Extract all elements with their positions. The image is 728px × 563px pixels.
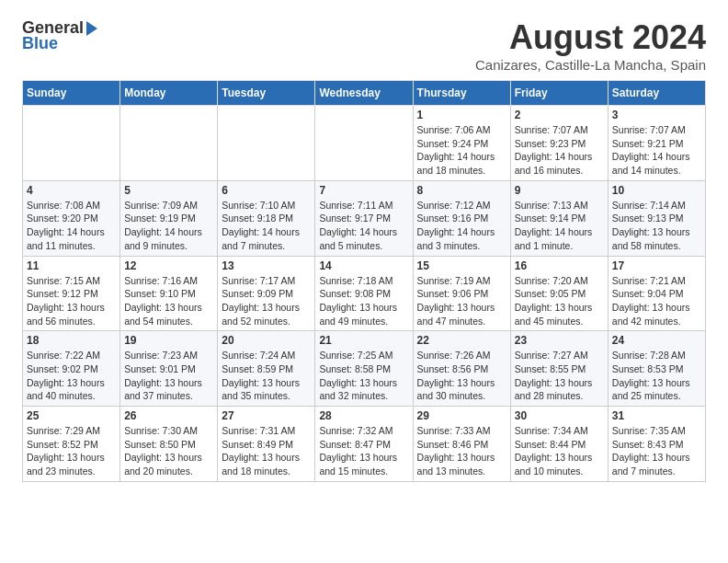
calendar-cell: 4Sunrise: 7:08 AM Sunset: 9:20 PM Daylig… bbox=[23, 180, 120, 256]
day-number: 19 bbox=[124, 334, 213, 347]
day-info: Sunrise: 7:31 AM Sunset: 8:49 PM Dayligh… bbox=[222, 424, 311, 478]
title-area: August 2024 Canizares, Castille-La Manch… bbox=[475, 18, 706, 73]
day-number: 21 bbox=[319, 334, 408, 347]
calendar-cell bbox=[120, 106, 218, 181]
calendar-cell: 8Sunrise: 7:12 AM Sunset: 9:16 PM Daylig… bbox=[413, 180, 510, 256]
calendar-cell: 5Sunrise: 7:09 AM Sunset: 9:19 PM Daylig… bbox=[120, 180, 218, 256]
calendar-cell: 21Sunrise: 7:25 AM Sunset: 8:58 PM Dayli… bbox=[315, 331, 413, 407]
day-info: Sunrise: 7:18 AM Sunset: 9:08 PM Dayligh… bbox=[319, 274, 408, 328]
calendar-header-row: SundayMondayTuesdayWednesdayThursdayFrid… bbox=[23, 81, 706, 106]
column-header-saturday: Saturday bbox=[608, 81, 705, 106]
day-number: 4 bbox=[27, 184, 116, 197]
day-number: 30 bbox=[515, 409, 604, 422]
day-number: 26 bbox=[124, 409, 213, 422]
calendar-cell: 27Sunrise: 7:31 AM Sunset: 8:49 PM Dayli… bbox=[218, 407, 315, 482]
day-number: 24 bbox=[612, 334, 701, 347]
day-number: 22 bbox=[417, 334, 506, 347]
day-info: Sunrise: 7:22 AM Sunset: 9:02 PM Dayligh… bbox=[27, 349, 116, 403]
day-number: 11 bbox=[27, 259, 116, 272]
page-title: August 2024 bbox=[475, 18, 706, 57]
day-info: Sunrise: 7:17 AM Sunset: 9:09 PM Dayligh… bbox=[222, 274, 311, 328]
calendar-cell: 22Sunrise: 7:26 AM Sunset: 8:56 PM Dayli… bbox=[413, 331, 510, 407]
day-number: 1 bbox=[417, 109, 506, 121]
day-number: 17 bbox=[612, 259, 701, 272]
day-number: 9 bbox=[515, 184, 604, 197]
day-info: Sunrise: 7:09 AM Sunset: 9:19 PM Dayligh… bbox=[124, 199, 213, 253]
day-info: Sunrise: 7:07 AM Sunset: 9:23 PM Dayligh… bbox=[515, 123, 604, 178]
column-header-thursday: Thursday bbox=[413, 81, 510, 106]
calendar-week-4: 18Sunrise: 7:22 AM Sunset: 9:02 PM Dayli… bbox=[23, 331, 706, 407]
calendar-cell: 23Sunrise: 7:27 AM Sunset: 8:55 PM Dayli… bbox=[510, 331, 608, 407]
day-info: Sunrise: 7:08 AM Sunset: 9:20 PM Dayligh… bbox=[27, 199, 116, 253]
day-number: 20 bbox=[222, 334, 311, 347]
calendar-week-5: 25Sunrise: 7:29 AM Sunset: 8:52 PM Dayli… bbox=[23, 407, 706, 482]
calendar-cell: 2Sunrise: 7:07 AM Sunset: 9:23 PM Daylig… bbox=[510, 106, 608, 181]
day-info: Sunrise: 7:16 AM Sunset: 9:10 PM Dayligh… bbox=[124, 274, 213, 328]
column-header-friday: Friday bbox=[510, 81, 608, 106]
calendar-cell: 3Sunrise: 7:07 AM Sunset: 9:21 PM Daylig… bbox=[608, 106, 705, 181]
day-number: 2 bbox=[515, 109, 604, 121]
calendar-week-3: 11Sunrise: 7:15 AM Sunset: 9:12 PM Dayli… bbox=[23, 256, 706, 331]
day-number: 15 bbox=[417, 259, 506, 272]
day-number: 10 bbox=[612, 184, 701, 197]
calendar-cell: 20Sunrise: 7:24 AM Sunset: 8:59 PM Dayli… bbox=[218, 331, 315, 407]
day-info: Sunrise: 7:33 AM Sunset: 8:46 PM Dayligh… bbox=[417, 424, 506, 478]
day-info: Sunrise: 7:34 AM Sunset: 8:44 PM Dayligh… bbox=[515, 424, 604, 478]
logo-blue: Blue bbox=[22, 34, 58, 53]
day-info: Sunrise: 7:27 AM Sunset: 8:55 PM Dayligh… bbox=[515, 349, 604, 403]
calendar-cell: 9Sunrise: 7:13 AM Sunset: 9:14 PM Daylig… bbox=[510, 180, 608, 256]
calendar-cell: 1Sunrise: 7:06 AM Sunset: 9:24 PM Daylig… bbox=[413, 106, 510, 181]
day-number: 16 bbox=[515, 259, 604, 272]
day-number: 31 bbox=[612, 409, 701, 422]
calendar-cell: 11Sunrise: 7:15 AM Sunset: 9:12 PM Dayli… bbox=[23, 256, 120, 331]
day-info: Sunrise: 7:32 AM Sunset: 8:47 PM Dayligh… bbox=[319, 424, 408, 478]
day-info: Sunrise: 7:13 AM Sunset: 9:14 PM Dayligh… bbox=[515, 199, 604, 253]
day-number: 13 bbox=[222, 259, 311, 272]
calendar-cell: 28Sunrise: 7:32 AM Sunset: 8:47 PM Dayli… bbox=[315, 407, 413, 482]
day-info: Sunrise: 7:24 AM Sunset: 8:59 PM Dayligh… bbox=[222, 349, 311, 403]
day-info: Sunrise: 7:07 AM Sunset: 9:21 PM Dayligh… bbox=[612, 123, 701, 178]
day-info: Sunrise: 7:20 AM Sunset: 9:05 PM Dayligh… bbox=[515, 274, 604, 328]
day-number: 23 bbox=[515, 334, 604, 347]
calendar-cell: 10Sunrise: 7:14 AM Sunset: 9:13 PM Dayli… bbox=[608, 180, 705, 256]
calendar-cell: 26Sunrise: 7:30 AM Sunset: 8:50 PM Dayli… bbox=[120, 407, 218, 482]
day-info: Sunrise: 7:26 AM Sunset: 8:56 PM Dayligh… bbox=[417, 349, 506, 403]
day-info: Sunrise: 7:14 AM Sunset: 9:13 PM Dayligh… bbox=[612, 199, 701, 253]
day-number: 12 bbox=[124, 259, 213, 272]
calendar-cell: 25Sunrise: 7:29 AM Sunset: 8:52 PM Dayli… bbox=[23, 407, 120, 482]
calendar-table: SundayMondayTuesdayWednesdayThursdayFrid… bbox=[22, 80, 706, 482]
day-info: Sunrise: 7:06 AM Sunset: 9:24 PM Dayligh… bbox=[417, 123, 506, 178]
day-info: Sunrise: 7:28 AM Sunset: 8:53 PM Dayligh… bbox=[612, 349, 701, 403]
day-info: Sunrise: 7:10 AM Sunset: 9:18 PM Dayligh… bbox=[222, 199, 311, 253]
calendar-cell: 30Sunrise: 7:34 AM Sunset: 8:44 PM Dayli… bbox=[510, 407, 608, 482]
day-info: Sunrise: 7:11 AM Sunset: 9:17 PM Dayligh… bbox=[319, 199, 408, 253]
calendar-cell bbox=[23, 106, 120, 181]
logo-arrow-icon bbox=[86, 21, 97, 36]
header: General Blue August 2024 Canizares, Cast… bbox=[22, 18, 706, 73]
calendar-cell: 31Sunrise: 7:35 AM Sunset: 8:43 PM Dayli… bbox=[608, 407, 705, 482]
calendar-cell: 19Sunrise: 7:23 AM Sunset: 9:01 PM Dayli… bbox=[120, 331, 218, 407]
day-info: Sunrise: 7:35 AM Sunset: 8:43 PM Dayligh… bbox=[612, 424, 701, 478]
column-header-sunday: Sunday bbox=[23, 81, 120, 106]
calendar-week-2: 4Sunrise: 7:08 AM Sunset: 9:20 PM Daylig… bbox=[23, 180, 706, 256]
calendar-cell: 15Sunrise: 7:19 AM Sunset: 9:06 PM Dayli… bbox=[413, 256, 510, 331]
calendar-cell: 18Sunrise: 7:22 AM Sunset: 9:02 PM Dayli… bbox=[23, 331, 120, 407]
day-info: Sunrise: 7:19 AM Sunset: 9:06 PM Dayligh… bbox=[417, 274, 506, 328]
day-info: Sunrise: 7:12 AM Sunset: 9:16 PM Dayligh… bbox=[417, 199, 506, 253]
day-number: 18 bbox=[27, 334, 116, 347]
column-header-monday: Monday bbox=[120, 81, 218, 106]
calendar-cell: 29Sunrise: 7:33 AM Sunset: 8:46 PM Dayli… bbox=[413, 407, 510, 482]
calendar-cell bbox=[218, 106, 315, 181]
page-subtitle: Canizares, Castille-La Mancha, Spain bbox=[475, 57, 706, 73]
calendar-cell: 13Sunrise: 7:17 AM Sunset: 9:09 PM Dayli… bbox=[218, 256, 315, 331]
day-number: 3 bbox=[612, 109, 701, 121]
day-number: 14 bbox=[319, 259, 408, 272]
calendar-cell: 17Sunrise: 7:21 AM Sunset: 9:04 PM Dayli… bbox=[608, 256, 705, 331]
day-number: 7 bbox=[319, 184, 408, 197]
logo: General Blue bbox=[22, 18, 97, 53]
day-number: 25 bbox=[27, 409, 116, 422]
column-header-tuesday: Tuesday bbox=[218, 81, 315, 106]
day-info: Sunrise: 7:23 AM Sunset: 9:01 PM Dayligh… bbox=[124, 349, 213, 403]
calendar-cell bbox=[315, 106, 413, 181]
day-info: Sunrise: 7:25 AM Sunset: 8:58 PM Dayligh… bbox=[319, 349, 408, 403]
